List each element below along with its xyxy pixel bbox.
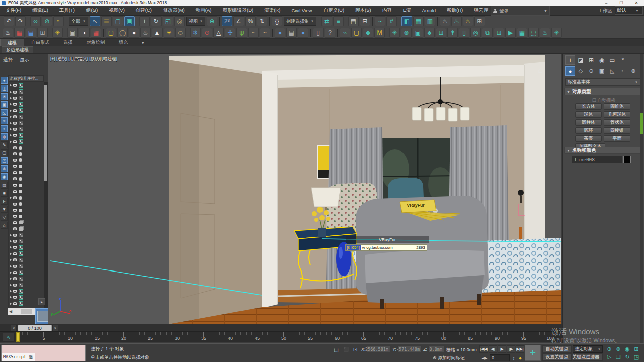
scene-explorer-row[interactable] xyxy=(9,151,44,157)
spinner-snap-icon[interactable]: ⇅ xyxy=(257,16,267,26)
primitive-button-圆环[interactable]: 圆环 xyxy=(575,127,602,134)
visibility-eye-icon[interactable] xyxy=(13,221,17,224)
tree-icon[interactable]: ↟ xyxy=(447,28,458,38)
visibility-eye-icon[interactable] xyxy=(13,246,17,249)
filter-list-icon[interactable]: ▤ xyxy=(1,182,8,189)
render-setup-icon[interactable]: ▦ xyxy=(413,16,424,26)
ribbon-tab-填充[interactable]: 填充 xyxy=(112,39,135,46)
scene-explorer-row[interactable] xyxy=(9,132,44,138)
filter-box-icon[interactable]: ▢ xyxy=(1,149,8,156)
list-panel-icon[interactable]: ▤ xyxy=(26,28,36,38)
scene-explorer-row[interactable] xyxy=(9,114,44,120)
teapot-outline-icon[interactable]: ♨ xyxy=(540,28,550,38)
trees-icon[interactable]: ♣ xyxy=(424,28,435,38)
camera-body-icon[interactable]: ▣ xyxy=(67,28,78,38)
scene-explorer-row[interactable] xyxy=(9,157,44,163)
render-quick-icon[interactable]: ♨ xyxy=(463,16,473,26)
menu-item[interactable]: 工具(T) xyxy=(54,6,80,16)
y-coord-field[interactable]: -571.448m xyxy=(397,346,422,352)
horse-icon[interactable]: ~ xyxy=(260,28,270,38)
primitive-button-圆柱体[interactable]: 圆柱体 xyxy=(575,119,602,126)
key-icon[interactable]: ● xyxy=(516,354,524,361)
menu-item[interactable]: Arnold xyxy=(417,6,441,16)
select-by-name-icon[interactable]: ☰ xyxy=(101,16,112,26)
sphere-primitive-icon[interactable]: ● xyxy=(129,28,139,38)
visibility-eye-icon[interactable] xyxy=(13,252,17,255)
scene-explorer-row[interactable] xyxy=(9,126,44,132)
visibility-eye-icon[interactable] xyxy=(13,258,17,261)
sun-icon[interactable]: ☀ xyxy=(164,28,174,38)
ribbon-overflow-icon[interactable]: ▾ xyxy=(135,39,151,46)
ab-compare-icon[interactable]: ⊞ xyxy=(474,16,485,26)
vray-sun-icon[interactable]: ⊛ xyxy=(401,28,412,38)
battery-icon[interactable]: ▯ xyxy=(313,28,324,38)
set-key-button[interactable]: 设置关键点 xyxy=(542,353,572,361)
scene-explorer-row[interactable] xyxy=(9,108,44,114)
pyramid-icon[interactable]: △ xyxy=(213,28,224,38)
select-place-icon[interactable]: ◎ xyxy=(174,16,185,26)
scene-explorer-row[interactable] xyxy=(9,269,44,276)
filter-plants-icon[interactable]: ψ xyxy=(1,133,8,140)
bind-spacewarp-icon[interactable]: ≈ xyxy=(53,16,64,26)
subtab-geometry[interactable]: ● xyxy=(565,66,575,76)
scene-explorer-row[interactable] xyxy=(9,88,44,95)
filter-funnel-icon[interactable]: ▽ xyxy=(1,214,8,221)
blue-ball-icon[interactable]: ● xyxy=(298,28,308,38)
scene-explorer-row[interactable] xyxy=(9,232,44,238)
filter-cameras-icon[interactable]: ▣ xyxy=(1,101,8,108)
filter-funnel-clear-icon[interactable]: ▼ xyxy=(1,206,8,213)
visibility-eye-icon[interactable] xyxy=(13,115,17,118)
previous-frame-arrow[interactable]: < xyxy=(11,325,17,331)
subtab-helpers[interactable]: ◺ xyxy=(607,66,617,76)
film-camera-icon[interactable]: ▦ xyxy=(91,28,101,38)
filter-helpers-icon[interactable]: ◺ xyxy=(1,109,8,116)
filter-containers-icon[interactable]: ◰ xyxy=(1,157,8,164)
table-icon[interactable]: ⊞ xyxy=(436,28,446,38)
orbit-icon[interactable]: ↻ xyxy=(623,353,632,361)
m-logo-icon[interactable]: M xyxy=(374,28,385,38)
next-frame-arrow[interactable]: > xyxy=(52,325,58,331)
scene-explorer-row[interactable] xyxy=(9,257,44,263)
name-color-rollout[interactable]: ▼ 名称和颜色 xyxy=(564,147,642,154)
maximize-viewport-icon[interactable]: ◳ xyxy=(632,353,641,361)
subtab-cameras[interactable]: ▣ xyxy=(597,66,607,76)
zoom-extents-icon[interactable]: ◉ xyxy=(623,345,632,353)
mini-curve-toggle[interactable]: ∿ xyxy=(3,333,15,341)
named-selection-sets-dropdown[interactable]: 创建选择集▼ xyxy=(284,17,316,26)
primitive-button-球体[interactable]: 球体 xyxy=(575,111,602,118)
next-frame-button[interactable]: |▶ xyxy=(507,345,515,353)
flower-icon[interactable]: ✣ xyxy=(225,28,235,38)
filter-geometry-icon[interactable]: ● xyxy=(1,77,8,84)
primitive-category-dropdown[interactable]: 标准基本体▼ xyxy=(565,78,640,86)
login-dropdown[interactable]: 登录 ▼ xyxy=(491,6,550,16)
percent-snap-icon[interactable]: % xyxy=(245,16,256,26)
menu-item[interactable]: 修改器(M) xyxy=(157,6,190,16)
menu-item[interactable]: 编辑(E) xyxy=(27,6,54,16)
clipboard-icon[interactable]: ▤ xyxy=(286,28,297,38)
filter-square-icon[interactable]: ■ xyxy=(1,190,8,197)
scene-explorer-row[interactable] xyxy=(9,145,44,151)
filter-hidden-icon[interactable]: ◉ xyxy=(1,173,8,180)
menu-item[interactable]: Civil View xyxy=(286,6,317,16)
snap-toggle-icon[interactable]: 2³ xyxy=(222,16,232,26)
viewport-3d-scene[interactable] xyxy=(48,54,561,324)
scene-explorer-row[interactable] xyxy=(9,139,44,145)
tab-motion[interactable]: ◉ xyxy=(597,55,607,65)
filter-f-icon[interactable]: F xyxy=(1,198,8,205)
explorer-expand-button[interactable]: ▸ xyxy=(38,298,45,305)
key-filters-button[interactable]: 关键点过滤器... xyxy=(573,353,603,361)
set-keys-button[interactable]: + xyxy=(525,345,541,361)
primitive-button-几何球体[interactable]: 几何球体 xyxy=(604,111,630,118)
zoom-all-icon[interactable]: ⊛ xyxy=(614,345,623,353)
teapot-icon[interactable]: ♨ xyxy=(3,28,13,38)
tab-polygon-modeling[interactable]: 多边形建模 xyxy=(2,46,33,53)
time-slider-handle[interactable]: 0 / 100 xyxy=(18,325,52,331)
go-to-end-button[interactable]: ▶▶| xyxy=(516,345,524,353)
current-frame-field[interactable]: 0 xyxy=(490,354,510,361)
visibility-eye-icon[interactable] xyxy=(13,209,17,212)
ribbon-tab-对象绘制[interactable]: 对象绘制 xyxy=(79,39,112,46)
scene-explorer-toggle-icon[interactable]: ▤ xyxy=(348,16,359,26)
time-marker[interactable] xyxy=(16,332,20,342)
select-rotate-icon[interactable]: ↻ xyxy=(151,16,162,26)
scene-explorer-row[interactable] xyxy=(9,213,44,219)
